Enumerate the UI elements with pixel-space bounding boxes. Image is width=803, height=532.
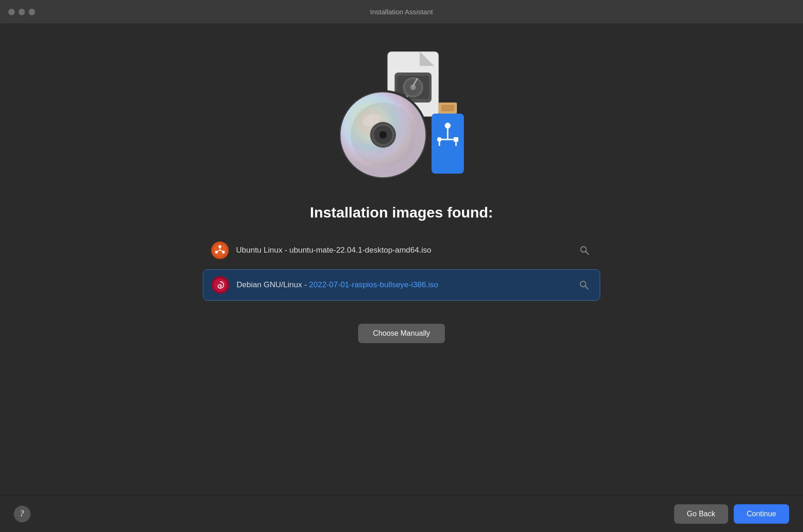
- svg-rect-14: [441, 105, 454, 111]
- close-button[interactable]: [8, 9, 15, 15]
- window-title: Installation Assistant: [370, 8, 433, 16]
- debian-label: Debian GNU/Linux - 2022-07-01-raspios-bu…: [237, 280, 569, 290]
- window-controls: [8, 9, 35, 15]
- images-list: Ubuntu Linux - ubuntu-mate-22.04.1-deskt…: [203, 235, 600, 301]
- main-content: Installation images found: Ubuntu Linux …: [0, 24, 803, 495]
- svg-point-30: [379, 131, 387, 139]
- ubuntu-image-row[interactable]: Ubuntu Linux - ubuntu-mate-22.04.1-deskt…: [203, 235, 600, 266]
- ubuntu-search-button[interactable]: [577, 243, 592, 258]
- usb-drive-icon: [425, 103, 471, 186]
- choose-manually-button[interactable]: Choose Manually: [358, 324, 445, 343]
- debian-icon: [212, 276, 229, 294]
- maximize-button[interactable]: [29, 9, 35, 15]
- svg-point-16: [445, 123, 450, 128]
- svg-point-33: [219, 245, 221, 248]
- bottom-bar: ? Go Back Continue: [0, 495, 803, 532]
- cd-disc-icon: [337, 89, 429, 181]
- svg-line-40: [586, 252, 589, 254]
- debian-search-button[interactable]: [577, 278, 591, 292]
- help-button[interactable]: ?: [14, 506, 30, 522]
- ubuntu-label: Ubuntu Linux - ubuntu-mate-22.04.1-deskt…: [236, 246, 570, 255]
- nav-buttons: Go Back Continue: [674, 504, 789, 524]
- go-back-button[interactable]: Go Back: [674, 504, 728, 524]
- minimize-button[interactable]: [18, 9, 25, 15]
- continue-button[interactable]: Continue: [734, 504, 789, 524]
- page-heading: Installation images found:: [310, 204, 493, 221]
- svg-point-42: [580, 281, 586, 287]
- svg-line-43: [585, 286, 588, 289]
- title-bar: Installation Assistant: [0, 0, 803, 24]
- ubuntu-icon: [211, 242, 229, 259]
- svg-point-39: [581, 247, 586, 252]
- hero-icon-cluster: [323, 42, 480, 190]
- debian-image-row[interactable]: Debian GNU/Linux - 2022-07-01-raspios-bu…: [203, 269, 600, 301]
